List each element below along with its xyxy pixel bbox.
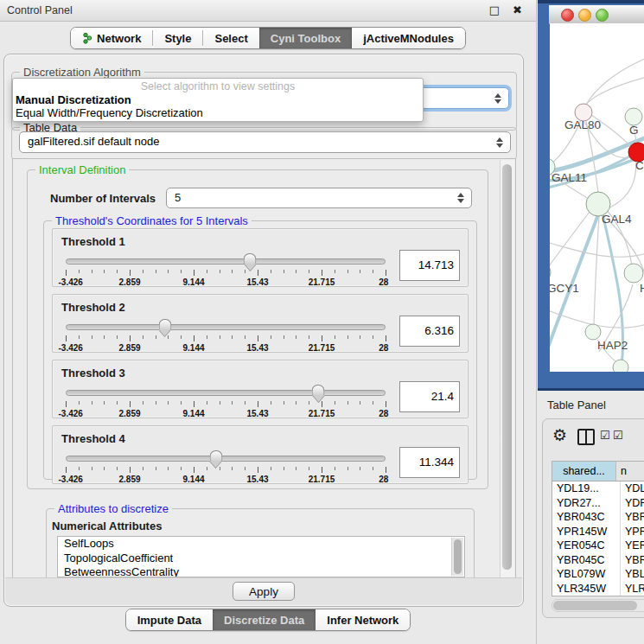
- tick-label: 2.859: [118, 475, 140, 484]
- node-attribute-table[interactable]: shared... n YDL19...YDL1YDR27...YDR2YBR0…: [552, 461, 644, 596]
- table-row[interactable]: YER054CYER0: [552, 539, 644, 553]
- checkbox-icon[interactable]: ☑: [613, 429, 623, 442]
- float-window-icon[interactable]: □: [489, 0, 500, 21]
- threshold-slider[interactable]: -3.4262.8599.14415.4321.71528: [66, 384, 386, 420]
- slider-ticks: [66, 401, 386, 408]
- threshold-slider[interactable]: -3.4262.8599.14415.4321.71528: [66, 252, 386, 289]
- table-row[interactable]: YPR145WYPR1: [552, 525, 644, 539]
- numerical-attributes-list[interactable]: SelfLoopsTopologicalCoefficientBetweenne…: [57, 536, 465, 577]
- threshold-panel: Threshold 3 -3.4262.8599.14415.4321.7152…: [52, 360, 469, 418]
- tick-label: 21.715: [309, 409, 335, 418]
- number-of-intervals-spinner[interactable]: 5: [166, 188, 472, 208]
- network-node-g[interactable]: [625, 108, 642, 125]
- slider-track[interactable]: [66, 324, 386, 330]
- scrollbar-thumb[interactable]: [454, 539, 462, 574]
- threshold-slider[interactable]: -3.4262.8599.14415.4321.71528: [66, 450, 386, 486]
- tick-label: 2.859: [118, 277, 140, 287]
- network-canvas[interactable]: GAL80GCGAL11GAL4GCY1HHAP2: [550, 23, 644, 372]
- table-cell[interactable]: YDR27...: [552, 496, 621, 511]
- apply-button[interactable]: Apply: [233, 582, 295, 601]
- table-row[interactable]: YBL079WYBL0: [552, 567, 644, 582]
- table-cell[interactable]: YDL1: [621, 481, 644, 496]
- table-cell[interactable]: YBR045C: [552, 553, 621, 568]
- table-horizontal-scrollbar[interactable]: [552, 599, 644, 612]
- threshold-value-field[interactable]: 6.316: [399, 316, 460, 347]
- attribute-list-item[interactable]: BetweennessCentrality: [58, 565, 464, 577]
- tick-label: 15.43: [246, 475, 268, 484]
- split-view-icon[interactable]: [577, 429, 595, 445]
- close-traffic-light-icon[interactable]: [561, 9, 574, 22]
- bottom-tab-impute-data[interactable]: Impute Data: [126, 609, 213, 630]
- tick-label: -3.426: [58, 409, 82, 418]
- attribute-list-item[interactable]: TopologicalCoefficient: [58, 552, 464, 566]
- attributes-list-scrollbar[interactable]: [451, 538, 463, 576]
- table-cell[interactable]: YBR043C: [552, 510, 621, 525]
- slider-thumb[interactable]: [312, 385, 325, 401]
- table-row[interactable]: YDL19...YDL1: [552, 481, 644, 496]
- table-cell[interactable]: YPR1: [621, 525, 644, 539]
- tab-select[interactable]: Select: [203, 28, 258, 48]
- table-cell[interactable]: YER054C: [552, 539, 621, 553]
- table-cell[interactable]: YBL0: [621, 567, 644, 582]
- checkbox-icon[interactable]: ☑: [600, 429, 610, 442]
- column-header-name[interactable]: n: [616, 462, 644, 481]
- table-row[interactable]: YBR045CYBR0: [552, 553, 644, 568]
- bottom-tab-infer-network[interactable]: Infer Network: [316, 609, 410, 630]
- dropdown-option-manual[interactable]: Manual Discretization: [13, 93, 423, 106]
- table-cell[interactable]: YLR345W: [552, 582, 621, 596]
- slider-thumb[interactable]: [244, 253, 257, 270]
- close-window-icon[interactable]: ✖: [513, 0, 522, 21]
- slider-track[interactable]: [66, 456, 386, 462]
- network-node-label: HAP2: [597, 339, 628, 352]
- threshold-value-field[interactable]: 11.344: [399, 447, 460, 478]
- table-cell[interactable]: YBR0: [621, 553, 644, 568]
- slider-thumb[interactable]: [158, 319, 171, 335]
- scrollbar-thumb[interactable]: [502, 164, 512, 570]
- table-row[interactable]: YDR27...YDR2: [552, 496, 644, 511]
- slider-track[interactable]: [66, 390, 386, 396]
- table-row[interactable]: YIL052CYIL0: [552, 596, 644, 596]
- attributes-group: Attributes to discretize Numerical Attri…: [46, 508, 475, 580]
- number-of-intervals-row: Number of Intervals 5: [50, 188, 472, 208]
- network-node-label: C: [635, 159, 644, 172]
- threshold-slider[interactable]: -3.4262.8599.14415.4321.71528: [66, 318, 386, 354]
- tab-jactivemnodules[interactable]: jActiveMNodules: [352, 28, 465, 48]
- scrollbar-thumb[interactable]: [553, 601, 637, 610]
- main-vertical-scrollbar[interactable]: [500, 160, 514, 578]
- thresholds-group-title: Threshold's Coordinates for 5 Intervals: [52, 214, 252, 227]
- network-node-hap2[interactable]: [585, 324, 601, 340]
- minimize-traffic-light-icon[interactable]: [578, 9, 591, 22]
- table-cell[interactable]: YER0: [621, 539, 644, 553]
- table-data-combobox[interactable]: galFiltered.sif default node: [19, 131, 511, 153]
- table-cell[interactable]: YBL079W: [552, 567, 621, 582]
- network-node-h[interactable]: [624, 264, 643, 283]
- table-row[interactable]: YLR345WYLR3: [552, 582, 644, 596]
- gear-icon[interactable]: ⚙: [552, 425, 567, 444]
- number-of-intervals-label: Number of Intervals: [50, 192, 156, 205]
- dropdown-option-equal-width[interactable]: Equal Width/Frequency Discretization: [13, 106, 423, 119]
- bottom-tab-discretize-data[interactable]: Discretize Data: [213, 609, 316, 630]
- tab-style[interactable]: Style: [153, 28, 202, 48]
- network-window-titlebar[interactable]: [549, 5, 644, 24]
- tab-cyni-toolbox[interactable]: Cyni Toolbox: [259, 28, 352, 48]
- tab-network[interactable]: Network: [71, 28, 152, 48]
- table-row[interactable]: YBR043CYBR0: [552, 510, 644, 525]
- table-cell[interactable]: YPR145W: [552, 525, 621, 539]
- slider-thumb[interactable]: [209, 450, 222, 467]
- table-cell[interactable]: YDL19...: [552, 481, 621, 496]
- threshold-value-field[interactable]: 14.713: [399, 250, 460, 281]
- table-cell[interactable]: YIL052C: [552, 596, 621, 596]
- attribute-list-item[interactable]: SelfLoops: [58, 537, 464, 552]
- column-header-shared-name[interactable]: shared...: [552, 462, 616, 481]
- slider-ticks: [66, 467, 386, 474]
- network-node[interactable]: [613, 360, 628, 372]
- table-cell[interactable]: YLR3: [621, 582, 644, 596]
- table-cell[interactable]: YBR0: [621, 510, 644, 525]
- slider-track[interactable]: [66, 258, 386, 265]
- table-cell[interactable]: YDR2: [621, 496, 644, 511]
- tick-label: 15.43: [246, 409, 268, 418]
- maximize-traffic-light-icon[interactable]: [596, 9, 609, 22]
- table-panel: ⚙ ☑ ☑ shared... n YDL19...YDL1YDR27...YD…: [542, 418, 644, 618]
- table-cell[interactable]: YIL0: [621, 596, 644, 596]
- threshold-value-field[interactable]: 21.4: [399, 381, 460, 412]
